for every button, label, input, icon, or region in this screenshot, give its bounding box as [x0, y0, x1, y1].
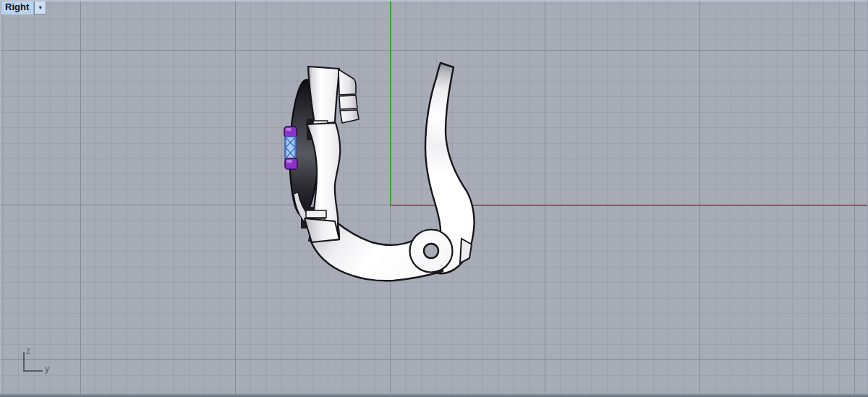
pivot-hole[interactable]: [424, 244, 438, 258]
rhino-right-viewport[interactable]: Right ▾ z y: [0, 0, 868, 397]
viewport-title[interactable]: Right: [1, 1, 33, 14]
watch-lugs[interactable]: [340, 110, 359, 123]
gizmo-z-label: z: [26, 346, 30, 356]
gizmo-z-axis-line: [23, 352, 25, 372]
gizmo-y-label: y: [45, 364, 49, 374]
crown-knob-top-highlight: [286, 128, 292, 131]
viewport-border-left: [0, 0, 1, 397]
clasp-links[interactable]: [306, 210, 326, 218]
gizmo-y-axis-line: [23, 370, 43, 372]
watch-top-link[interactable]: [308, 67, 339, 124]
viewport-menu-button[interactable]: ▾: [34, 1, 46, 14]
viewport-title-control[interactable]: Right ▾: [1, 1, 46, 14]
viewport-border-top: [0, 0, 868, 1]
watch-lugs[interactable]: [339, 69, 356, 95]
viewport-border-bottom: [0, 393, 868, 397]
crown-knob-bottom-highlight: [286, 160, 292, 163]
chevron-down-icon: ▾: [39, 5, 42, 11]
watch-lugs[interactable]: [339, 95, 357, 109]
model-geometry[interactable]: [0, 0, 868, 397]
